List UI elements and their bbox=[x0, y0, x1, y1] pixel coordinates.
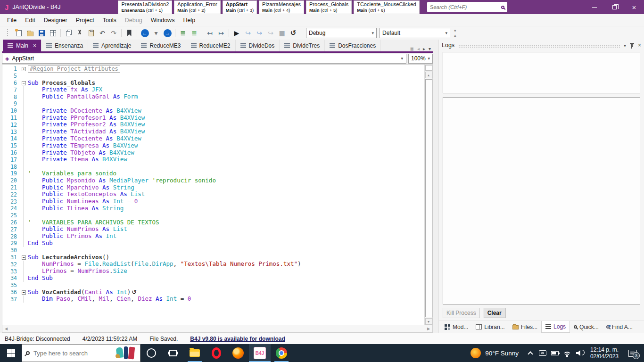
vertical-scrollbar[interactable]: ▲ ▼ bbox=[424, 65, 432, 325]
nav-forward-button[interactable]: → bbox=[162, 28, 173, 38]
firefox-button[interactable] bbox=[227, 344, 249, 362]
redo-button[interactable]: ↷ bbox=[108, 28, 119, 38]
menu-project[interactable]: Project bbox=[72, 15, 99, 25]
tab-close-icon[interactable]: × bbox=[33, 42, 36, 49]
tab-aprendizaje[interactable]: Aprendizaje bbox=[88, 40, 136, 51]
search-box[interactable] bbox=[427, 2, 507, 12]
toolbar-overflow-icon[interactable]: ▾▴ bbox=[454, 28, 456, 38]
weather-text[interactable]: 90°F Sunny bbox=[485, 350, 519, 357]
tabs-scroll-right-icon[interactable]: ▸ bbox=[423, 46, 425, 51]
cortana-button[interactable] bbox=[140, 344, 162, 362]
menu-help[interactable]: Help bbox=[179, 15, 199, 25]
zoom-dropdown[interactable]: 100% ▾ bbox=[408, 54, 433, 64]
panel-tab-quick-search[interactable]: Quick... bbox=[570, 321, 603, 333]
close-button[interactable]: × bbox=[624, 0, 644, 14]
task-view-button[interactable] bbox=[162, 344, 184, 362]
action-center-button[interactable]: 3 bbox=[623, 344, 642, 362]
scroll-right-icon[interactable]: ▶ bbox=[425, 325, 432, 332]
scroll-up-icon[interactable]: ▲ bbox=[425, 72, 432, 78]
network-button[interactable] bbox=[561, 344, 573, 362]
horizontal-scrollbar[interactable]: ◀ ▶ bbox=[2, 325, 433, 333]
expand-icon[interactable]: + bbox=[22, 67, 26, 71]
bookmark-button[interactable] bbox=[124, 28, 134, 38]
menu-debug[interactable]: Debug bbox=[121, 15, 147, 25]
bookmark-tab-presenta1adivision2[interactable]: Presenta1aDivision2Ensenanza (ctrl + 1) bbox=[118, 0, 172, 14]
bookmark-tab-process_globals[interactable]: Process_GlobalsMain (ctrl + 5) bbox=[306, 0, 352, 14]
opera-button[interactable] bbox=[206, 344, 227, 362]
new-file-button[interactable] bbox=[14, 28, 24, 38]
update-link[interactable]: B4J v9.80 is available for download bbox=[190, 336, 285, 342]
tabs-pin-icon[interactable]: ▾ bbox=[429, 46, 431, 51]
minimize-button[interactable] bbox=[585, 0, 604, 14]
paste-button[interactable] bbox=[86, 28, 96, 38]
nav-back-button[interactable]: ← bbox=[140, 28, 150, 38]
file-explorer-button[interactable] bbox=[184, 344, 206, 362]
step-into-button[interactable]: ↪ bbox=[254, 28, 264, 38]
save-button[interactable] bbox=[36, 28, 47, 38]
panel-close-icon[interactable]: × bbox=[638, 42, 641, 49]
format-code-button[interactable]: ≣ bbox=[178, 28, 188, 38]
battery-button[interactable] bbox=[549, 344, 561, 362]
tab-dividetres[interactable]: DivideTres bbox=[280, 40, 325, 51]
menu-edit[interactable]: Edit bbox=[21, 15, 40, 25]
panel-menu-icon[interactable]: ▾ bbox=[624, 43, 626, 48]
tab-dividedos[interactable]: DivideDos bbox=[236, 40, 280, 51]
panel-splitter[interactable] bbox=[435, 40, 438, 333]
sub-selector-dropdown[interactable]: ◈ AppStart ▾ bbox=[2, 54, 406, 64]
log-output-top[interactable] bbox=[443, 52, 640, 93]
menu-windows[interactable]: Windows bbox=[147, 15, 179, 25]
copy-button[interactable] bbox=[63, 28, 74, 38]
search-input[interactable] bbox=[430, 4, 501, 10]
taskbar-search[interactable] bbox=[22, 344, 140, 362]
collapse-icon[interactable]: − bbox=[22, 290, 26, 295]
vertical-scroll-thumb[interactable] bbox=[425, 79, 432, 317]
tab-list-icon[interactable]: ≣ bbox=[410, 46, 414, 51]
tab-reduceme2[interactable]: ReduceME2 bbox=[186, 40, 236, 51]
log-output-main[interactable] bbox=[443, 97, 640, 304]
panel-tab-find-all[interactable]: Find A... bbox=[603, 321, 636, 333]
tab-reduceme3[interactable]: ReduceME3 bbox=[136, 40, 186, 51]
start-button[interactable] bbox=[0, 344, 22, 362]
stop-button[interactable]: ■ bbox=[277, 28, 287, 38]
step-out-button[interactable]: ↪ bbox=[265, 28, 276, 38]
panel-tab-modules[interactable]: Mod... bbox=[441, 321, 472, 333]
tab-main[interactable]: Main× bbox=[3, 40, 41, 51]
taskbar-clock[interactable]: 12:14 p. m. 02/04/2023 bbox=[590, 346, 619, 360]
cut-button[interactable] bbox=[74, 28, 85, 38]
restart-button[interactable]: ↺ bbox=[288, 28, 298, 38]
b4j-taskbar-button[interactable]: B4J bbox=[249, 344, 271, 362]
run-button[interactable]: ▶ bbox=[231, 28, 242, 38]
weather-sun-icon[interactable] bbox=[471, 348, 481, 358]
bookmark-tab-application_error[interactable]: Application_ErrorMain (ctrl + 2) bbox=[174, 0, 220, 14]
step-over-button[interactable]: ↪ bbox=[243, 28, 253, 38]
collapse-icon[interactable]: − bbox=[22, 255, 26, 260]
menu-tools[interactable]: Tools bbox=[99, 15, 121, 25]
volume-button[interactable] bbox=[573, 344, 586, 362]
restore-button[interactable] bbox=[604, 0, 624, 14]
indent-button[interactable]: ↦ bbox=[216, 28, 226, 38]
splitter-handle[interactable] bbox=[425, 65, 432, 71]
menu-file[interactable]: File bbox=[3, 15, 21, 25]
grip-button[interactable] bbox=[2, 28, 13, 38]
build-config-dropdown[interactable]: Default ▾ bbox=[380, 28, 450, 38]
tabs-scroll-left-icon[interactable]: ◂ bbox=[417, 46, 420, 51]
collapse-icon[interactable]: − bbox=[22, 81, 26, 85]
panel-tab-libraries[interactable]: Librari... bbox=[472, 321, 508, 333]
kill-process-button[interactable]: Kill Process bbox=[443, 308, 480, 318]
undo-button[interactable]: ↶ bbox=[97, 28, 107, 38]
taskbar-search-input[interactable] bbox=[33, 350, 112, 357]
panel-tab-files[interactable]: Files... bbox=[509, 321, 541, 333]
panel-tab-logs[interactable]: Logs bbox=[541, 321, 570, 333]
panel-drag-handle[interactable] bbox=[458, 44, 620, 48]
clear-button[interactable]: Clear bbox=[484, 308, 505, 318]
tab-dosfracciones[interactable]: DosFracciones bbox=[325, 40, 381, 51]
bookmark-tab-pizarramensajes[interactable]: PizarraMensajesMain (ctrl + 4) bbox=[259, 0, 304, 14]
scroll-down-icon[interactable]: ▼ bbox=[425, 318, 432, 325]
save-all-button[interactable] bbox=[48, 28, 58, 38]
code-area[interactable]: 1+#Region Project Attributes56−Sub Proce… bbox=[2, 65, 424, 325]
tab-ensenanza[interactable]: Ensenanza bbox=[41, 40, 88, 51]
comment-code-button[interactable]: ≣ bbox=[189, 28, 199, 38]
menu-designer[interactable]: Designer bbox=[40, 15, 72, 25]
bookmark-tab-tcociente_mouseclicked[interactable]: TCociente_MouseClickedMain (ctrl + 6) bbox=[354, 0, 419, 14]
chrome-button[interactable] bbox=[271, 344, 292, 362]
